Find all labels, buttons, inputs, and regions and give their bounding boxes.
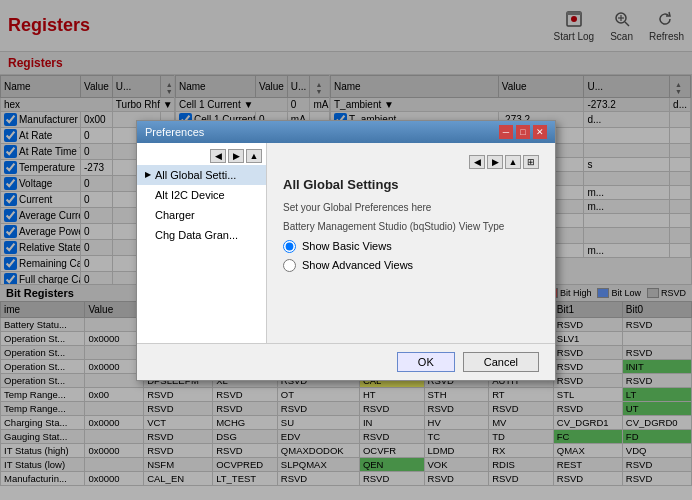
content-nav-forward[interactable]: ▶: [487, 155, 503, 169]
radio-basic-input[interactable]: [283, 240, 296, 253]
dialog-footer: OK Cancel: [137, 343, 555, 380]
content-nav-up[interactable]: ▲: [505, 155, 521, 169]
dialog-heading: All Global Settings: [283, 177, 539, 192]
dialog-ok-button[interactable]: OK: [397, 352, 455, 372]
sidebar-item-alt-i2c[interactable]: Alt I2C Device: [137, 185, 266, 205]
sidebar-nav-controls: ◀ ▶ ▲: [137, 147, 266, 165]
dialog-window-controls: ─ □ ✕: [499, 125, 547, 139]
preferences-dialog-overlay: Preferences ─ □ ✕ ◀ ▶ ▲ ▶ All Global Set…: [0, 0, 692, 500]
view-type-radio-group: Show Basic Views Show Advanced Views: [283, 240, 539, 272]
nav-back-button[interactable]: ◀: [210, 149, 226, 163]
nav-forward-button[interactable]: ▶: [228, 149, 244, 163]
preferences-dialog: Preferences ─ □ ✕ ◀ ▶ ▲ ▶ All Global Set…: [136, 120, 556, 381]
dialog-body: ◀ ▶ ▲ ▶ All Global Setti... Alt I2C Devi…: [137, 143, 555, 343]
dialog-content: ◀ ▶ ▲ ⊞ All Global Settings Set your Glo…: [267, 143, 555, 343]
sidebar-item-global-settings[interactable]: ▶ All Global Setti...: [137, 165, 266, 185]
sidebar-item-charger[interactable]: Charger: [137, 205, 266, 225]
radio-advanced-views[interactable]: Show Advanced Views: [283, 259, 539, 272]
radio-basic-views[interactable]: Show Basic Views: [283, 240, 539, 253]
content-nav-back[interactable]: ◀: [469, 155, 485, 169]
dialog-minimize-button[interactable]: ─: [499, 125, 513, 139]
sidebar-item-chg-data-gran[interactable]: Chg Data Gran...: [137, 225, 266, 245]
dialog-subtitle: Set your Global Preferences here: [283, 202, 539, 213]
content-nav: ◀ ▶ ▲ ⊞: [283, 155, 539, 169]
radio-advanced-input[interactable]: [283, 259, 296, 272]
dialog-title: Preferences: [145, 126, 204, 138]
content-nav-buttons: ◀ ▶ ▲ ⊞: [469, 155, 539, 169]
sidebar-expand-arrow: ▶: [145, 170, 151, 179]
dialog-titlebar: Preferences ─ □ ✕: [137, 121, 555, 143]
dialog-close-button[interactable]: ✕: [533, 125, 547, 139]
dialog-maximize-button[interactable]: □: [516, 125, 530, 139]
dialog-cancel-button[interactable]: Cancel: [463, 352, 539, 372]
nav-up-button[interactable]: ▲: [246, 149, 262, 163]
dialog-description: Battery Management Studio (bqStudio) Vie…: [283, 221, 539, 232]
content-expand-button[interactable]: ⊞: [523, 155, 539, 169]
dialog-sidebar: ◀ ▶ ▲ ▶ All Global Setti... Alt I2C Devi…: [137, 143, 267, 343]
